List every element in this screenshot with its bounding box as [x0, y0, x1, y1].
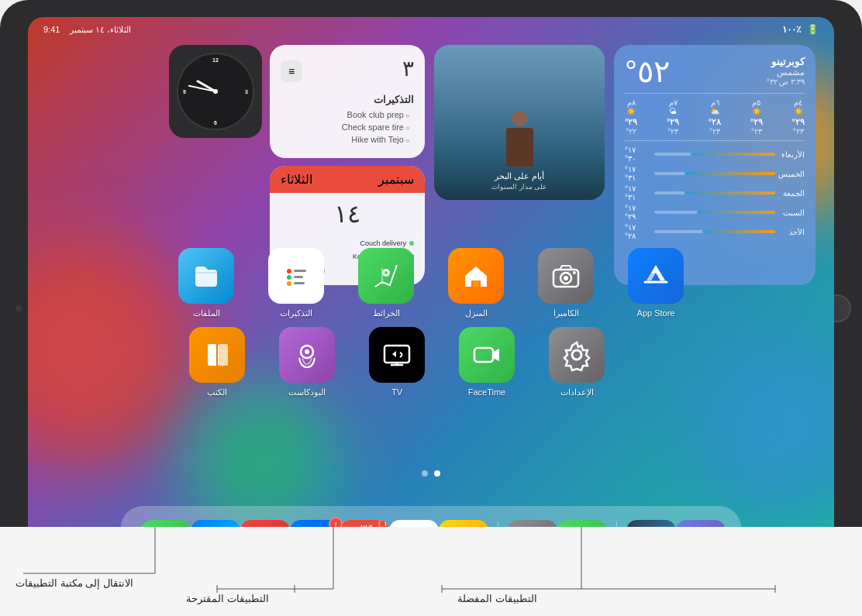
week-row-2: الجمعة ١٧° ٣١°	[625, 184, 805, 201]
weather-temp: ٥٢°	[625, 56, 670, 87]
page-dot-2[interactable]	[422, 470, 428, 477]
svg-point-10	[287, 281, 291, 286]
status-bar-right: الثلاثاء، ١٤ سبتمبر 9:41	[43, 25, 131, 35]
week-row-3: السبت ١٧° ٢٩°	[625, 204, 805, 221]
facetime-icon	[459, 327, 515, 383]
settings-label: الإعدادات	[560, 387, 594, 397]
weather-time: ٣:٣٩ ص ٣٢°	[767, 77, 805, 86]
facetime-label: FaceTime	[468, 387, 506, 397]
forecast-day-1: ٥م ☀️ ٢٩° ٢٣°	[750, 98, 763, 136]
weather-weekly: الأربعاء ١٧° ٣٠° الخميس ١٧° ٣١°	[625, 140, 805, 240]
app-store-icon-wrapper[interactable]: App Store	[628, 248, 684, 318]
reminder-1: Check spare tire	[281, 122, 414, 132]
calendar-weekday: الثلاثاء	[281, 172, 312, 187]
forecast-day-4: ٨م ☀️ ٢٩° ٢٢°	[625, 98, 637, 136]
weather-top: كوبرتينو مشمس ٣:٣٩ ص ٣٢° ٥٢°	[625, 56, 805, 87]
forecast-day-0: ٤م ☀️ ٢٩° ٢٣°	[792, 98, 805, 136]
settings-icon-wrapper[interactable]: الإعدادات	[549, 327, 605, 397]
svg-rect-5	[473, 280, 479, 287]
podcasts-icon	[279, 327, 335, 383]
weather-forecast: ٤م ☀️ ٢٩° ٢٣° ٥م ☀️ ٢٩° ٢٣° ٦م	[625, 93, 805, 136]
svg-point-4	[573, 271, 576, 274]
ipad-frame: 🔋 ٪١٠٠ الثلاثاء، ١٤ سبتمبر 9:41 كوبرتينو	[0, 0, 862, 616]
tv-icon-wrapper[interactable]: TV	[369, 327, 425, 397]
annotation-area: الانتقال إلى مكتبة التطبيقات التطبيقات ا…	[0, 527, 862, 616]
books-icon-wrapper[interactable]: الكتب	[189, 327, 245, 397]
clock-widget[interactable]: 12 3 6 9	[169, 45, 262, 138]
time-display: 9:41	[43, 25, 60, 34]
books-icon	[189, 327, 245, 383]
svg-rect-11	[294, 270, 306, 272]
front-camera	[16, 305, 22, 311]
maps-icon	[358, 248, 414, 304]
date-time: الثلاثاء، ١٤ سبتمبر	[70, 25, 131, 34]
cal-event-0: Couch delivery	[278, 238, 417, 249]
camera-label: الكاميرا	[553, 308, 579, 318]
tv-label: TV	[391, 387, 402, 397]
svg-rect-12	[294, 276, 303, 278]
page-dots	[28, 470, 834, 477]
weather-left: كوبرتينو مشمس ٣:٣٩ ص ٣٢°	[767, 56, 805, 86]
weather-city: كوبرتينو	[767, 56, 805, 67]
camera-icon-wrapper[interactable]: الكاميرا	[538, 248, 594, 318]
app-store-label: App Store	[637, 308, 675, 318]
reminder-0: Book club prep	[281, 110, 414, 119]
app-row-2: الإعدادات FaceTime	[28, 327, 834, 397]
svg-point-14	[572, 350, 581, 360]
reminders-label: التذكيرات	[280, 308, 312, 318]
annotation-app-library: الانتقال إلى مكتبة التطبيقات	[16, 577, 133, 589]
svg-point-18	[305, 349, 309, 354]
battery-level: ٪١٠٠	[782, 24, 801, 35]
books-label: الكتب	[207, 387, 227, 397]
camera-icon	[538, 248, 594, 304]
settings-icon	[549, 327, 605, 383]
weather-desc: مشمس	[767, 67, 805, 77]
files-icon	[178, 248, 234, 304]
annotation-lines	[0, 527, 862, 616]
svg-rect-20	[219, 344, 228, 366]
home-icon-wrapper[interactable]: المنزل	[448, 248, 504, 318]
svg-rect-13	[294, 282, 305, 284]
podcasts-label: البودكاست	[288, 387, 326, 397]
ipad-screen: 🔋 ٪١٠٠ الثلاثاء، ١٤ سبتمبر 9:41 كوبرتينو	[28, 17, 834, 599]
week-row-4: الأحد ١٧° ٢٨°	[625, 223, 805, 240]
page-dot-1[interactable]	[434, 470, 440, 477]
photos-caption: أيام على البحر على مدار السنوات	[434, 171, 605, 191]
svg-rect-15	[474, 348, 493, 362]
app-store-icon	[628, 248, 684, 304]
home-icon	[448, 248, 504, 304]
battery-icon: 🔋	[807, 24, 819, 35]
svg-point-7	[384, 271, 388, 274]
calendar-date: ١٤	[270, 193, 425, 235]
maps-label: الخرائط	[373, 308, 400, 318]
svg-point-9	[287, 275, 291, 280]
tv-icon	[369, 327, 425, 383]
reminders-icon-wrapper[interactable]: التذكيرات	[268, 248, 324, 318]
reminder-items: Book club prep Check spare tire Hike wit…	[281, 110, 414, 144]
annotation-favorites: التطبيقات المفضلة	[457, 593, 537, 604]
top-right-widgets: ٣ ≡ التذكيرات Book club prep Check spare…	[169, 45, 425, 158]
outer-container: 🔋 ٪١٠٠ الثلاثاء، ١٤ سبتمبر 9:41 كوبرتينو	[0, 0, 862, 616]
forecast-day-3: ٧م 🌤 ٢٩° ٢٣°	[667, 98, 679, 136]
week-row-1: الخميس ١٧° ٣١°	[625, 165, 805, 182]
photos-widget[interactable]: أيام على البحر على مدار السنوات	[434, 45, 605, 200]
status-bar-left: 🔋 ٪١٠٠	[782, 24, 819, 35]
svg-point-3	[564, 276, 568, 280]
clock-center	[213, 89, 218, 94]
maps-icon-wrapper[interactable]: الخرائط	[358, 248, 414, 318]
svg-rect-16	[384, 346, 409, 363]
forecast-day-2: ٦م ⛅ ٢٨° ٢٣°	[709, 98, 721, 136]
reminder-2: Hike with Tejo	[281, 135, 414, 144]
svg-point-8	[287, 269, 291, 274]
podcasts-icon-wrapper[interactable]: البودكاست	[279, 327, 335, 397]
app-row-1: App Store الكاميرا	[28, 248, 834, 318]
files-label: الملفات	[193, 308, 220, 318]
status-bar: 🔋 ٪١٠٠ الثلاثاء، ١٤ سبتمبر 9:41	[28, 17, 834, 42]
reminders-widget-icon: ≡	[281, 60, 302, 82]
calendar-header: سبتمبر الثلاثاء	[270, 166, 425, 193]
facetime-icon-wrapper[interactable]: FaceTime	[459, 327, 515, 397]
reminders-widget[interactable]: ٣ ≡ التذكيرات Book club prep Check spare…	[270, 45, 425, 158]
files-icon-wrapper[interactable]: الملفات	[178, 248, 234, 318]
home-label: المنزل	[465, 308, 488, 318]
week-row-0: الأربعاء ١٧° ٣٠°	[625, 146, 805, 163]
